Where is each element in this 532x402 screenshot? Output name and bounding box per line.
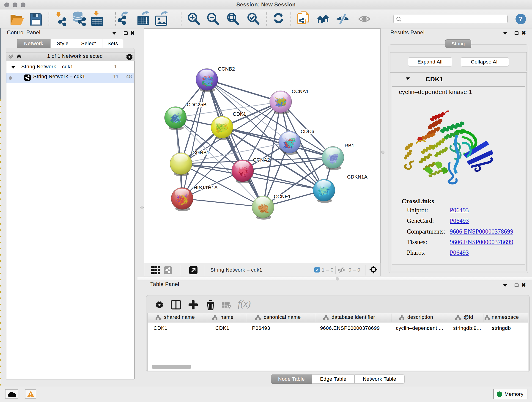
svg-text:f(x): f(x)	[238, 298, 251, 309]
svg-text:CCNB1: CCNB1	[192, 150, 209, 155]
svg-text:CCNA1: CCNA1	[292, 89, 309, 94]
svg-text:RB1: RB1	[345, 143, 355, 148]
svg-text:CCNA2: CCNA2	[253, 157, 270, 163]
svg-text:HIST1H1A: HIST1H1A	[194, 185, 218, 191]
svg-text:CCNB2: CCNB2	[218, 66, 235, 72]
svg-text:CDC6: CDC6	[301, 129, 314, 134]
svg-text:CDC25B: CDC25B	[187, 102, 207, 108]
svg-text:CDK1: CDK1	[233, 111, 246, 117]
svg-text:CDKN1A: CDKN1A	[347, 174, 367, 180]
svg-text:CCNE1: CCNE1	[274, 194, 291, 199]
